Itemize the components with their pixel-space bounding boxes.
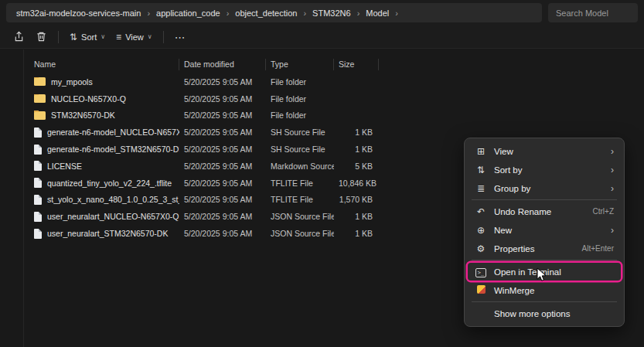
table-row[interactable]: user_neuralart_STM32N6570-DK 5/20/2025 9… bbox=[29, 225, 379, 242]
file-date: 5/20/2025 9:05 AM bbox=[179, 94, 266, 104]
group-list-icon: ≣ bbox=[475, 184, 487, 193]
breadcrumb-item-root[interactable]: stm32ai-modelzoo-services-main bbox=[12, 7, 145, 19]
plus-circle-icon: ⊕ bbox=[475, 226, 487, 235]
file-type: File folder bbox=[266, 111, 334, 120]
menu-item-view[interactable]: ⊞ View › bbox=[468, 142, 621, 160]
file-explorer-window: stm32ai-modelzoo-services-main › applica… bbox=[0, 0, 644, 347]
share-icon bbox=[13, 31, 25, 43]
menu-item-label: Undo Rename bbox=[494, 207, 586, 216]
search-box bbox=[548, 3, 638, 22]
file-name: generate-n6-model_NUCLEO-N657X0-Q bbox=[47, 128, 179, 137]
nav-pane-divider bbox=[23, 49, 24, 347]
column-header-size[interactable]: Size bbox=[334, 59, 379, 70]
menu-item-sort-by[interactable]: ⇅ Sort by › bbox=[468, 161, 621, 179]
chevron-right-icon: › bbox=[301, 9, 308, 18]
toolbar-divider bbox=[58, 31, 59, 43]
file-icon bbox=[34, 178, 42, 188]
context-menu: ⊞ View › ⇅ Sort by › ≣ Group by › ↶ Undo… bbox=[464, 138, 625, 327]
file-name: st_yolo_x_nano_480_1.0_0.25_3_st_int8.tf… bbox=[47, 195, 179, 204]
delete-button[interactable] bbox=[30, 28, 53, 46]
menu-item-label: Sort by bbox=[494, 165, 604, 175]
chevron-right-icon: › bbox=[145, 9, 152, 18]
sort-arrows-icon: ⇅ bbox=[475, 165, 487, 175]
undo-arrow-icon: ↶ bbox=[475, 207, 487, 216]
table-row[interactable]: STM32N6570-DK 5/20/2025 9:05 AM File fol… bbox=[29, 107, 379, 124]
submenu-chevron-icon: › bbox=[611, 225, 614, 236]
share-button[interactable] bbox=[8, 28, 30, 46]
file-date: 5/20/2025 9:05 AM bbox=[179, 77, 266, 87]
column-header-type[interactable]: Type bbox=[266, 59, 334, 70]
menu-item-group-by[interactable]: ≣ Group by › bbox=[468, 179, 621, 197]
menu-item-label: WinMerge bbox=[494, 286, 614, 295]
menu-shortcut: Alt+Enter bbox=[582, 244, 614, 253]
breadcrumb-item-object-detection[interactable]: object_detection bbox=[231, 7, 301, 19]
properties-gear-icon: ⚙ bbox=[475, 244, 487, 253]
file-type: Markdown Source... bbox=[266, 162, 334, 171]
chevron-down-icon: ∨ bbox=[101, 34, 105, 40]
folder-icon bbox=[34, 94, 46, 103]
file-name: generate-n6-model_STM32N6570-DK bbox=[47, 145, 179, 154]
menu-item-label: Show more options bbox=[494, 309, 614, 318]
file-name: STM32N6570-DK bbox=[51, 111, 115, 120]
menu-separator bbox=[472, 301, 617, 302]
file-date: 5/20/2025 9:05 AM bbox=[179, 212, 266, 221]
folder-icon bbox=[34, 77, 46, 86]
view-grid-icon: ⊞ bbox=[475, 147, 487, 156]
menu-item-new[interactable]: ⊕ New › bbox=[468, 221, 621, 239]
menu-shortcut: Ctrl+Z bbox=[593, 207, 615, 216]
breadcrumb-item-application-code[interactable]: application_code bbox=[152, 7, 224, 19]
table-row[interactable]: my_mpools 5/20/2025 9:05 AM File folder bbox=[29, 73, 379, 90]
table-row[interactable]: generate-n6-model_NUCLEO-N657X0-Q 5/20/2… bbox=[29, 124, 379, 141]
file-list: my_mpools 5/20/2025 9:05 AM File folder … bbox=[29, 73, 379, 242]
menu-item-label: New bbox=[494, 226, 604, 235]
breadcrumb[interactable]: stm32ai-modelzoo-services-main › applica… bbox=[6, 3, 542, 22]
file-type: SH Source File bbox=[266, 128, 334, 137]
menu-separator bbox=[472, 199, 617, 200]
file-date: 5/20/2025 9:05 AM bbox=[179, 179, 266, 188]
breadcrumb-item-stm32n6[interactable]: STM32N6 bbox=[308, 7, 355, 19]
chevron-right-icon: › bbox=[355, 9, 363, 18]
explorer-top-bar: stm32ai-modelzoo-services-main › applica… bbox=[0, 0, 644, 26]
table-row[interactable]: NUCLEO-N657X0-Q 5/20/2025 9:05 AM File f… bbox=[29, 90, 379, 107]
table-row[interactable]: generate-n6-model_STM32N6570-DK 5/20/202… bbox=[29, 141, 379, 158]
file-name: NUCLEO-N657X0-Q bbox=[51, 94, 126, 104]
column-header-name[interactable]: Name bbox=[29, 59, 179, 70]
file-size: 1 KB bbox=[334, 212, 379, 221]
menu-item-show-more-options[interactable]: Show more options bbox=[468, 304, 621, 322]
view-button[interactable]: ≡ View ∨ bbox=[111, 28, 158, 46]
more-options-button[interactable]: ⋯ bbox=[169, 28, 192, 46]
breadcrumb-item-model[interactable]: Model bbox=[362, 7, 393, 19]
menu-item-properties[interactable]: ⚙ Properties Alt+Enter bbox=[468, 240, 621, 257]
file-size: 1,570 KB bbox=[334, 195, 379, 204]
winmerge-icon bbox=[475, 285, 487, 295]
sort-arrows-icon: ⇅ bbox=[70, 32, 77, 42]
file-type: TFLITE File bbox=[266, 195, 334, 204]
file-date: 5/20/2025 9:05 AM bbox=[179, 229, 266, 238]
menu-separator bbox=[472, 260, 617, 260]
menu-item-undo-rename[interactable]: ↶ Undo Rename Ctrl+Z bbox=[468, 202, 621, 220]
file-type: File folder bbox=[266, 94, 334, 104]
file-date: 5/20/2025 9:05 AM bbox=[179, 145, 266, 154]
file-type: SH Source File bbox=[266, 145, 334, 154]
menu-item-winmerge[interactable]: WinMerge bbox=[468, 281, 621, 299]
sort-button[interactable]: ⇅ Sort ∨ bbox=[64, 28, 111, 46]
file-size: 1 KB bbox=[334, 145, 379, 154]
ellipsis-icon: ⋯ bbox=[175, 31, 186, 43]
table-row[interactable]: LICENSE 5/20/2025 9:05 AM Markdown Sourc… bbox=[29, 158, 379, 175]
chevron-right-icon: › bbox=[393, 9, 400, 18]
search-input[interactable] bbox=[554, 8, 632, 19]
menu-item-open-in-terminal[interactable]: >_ Open in Terminal bbox=[468, 263, 621, 281]
submenu-chevron-icon: › bbox=[611, 183, 614, 194]
file-name: quantized_tiny_yolo_v2_224_.tflite bbox=[47, 179, 172, 188]
file-icon bbox=[34, 145, 42, 155]
file-type: File folder bbox=[266, 77, 334, 87]
file-icon bbox=[34, 229, 42, 239]
table-row[interactable]: quantized_tiny_yolo_v2_224_.tflite 5/20/… bbox=[29, 175, 379, 192]
table-row[interactable]: st_yolo_x_nano_480_1.0_0.25_3_st_int8.tf… bbox=[29, 192, 379, 209]
file-type: JSON Source File bbox=[266, 229, 334, 238]
file-name: user_neuralart_STM32N6570-DK bbox=[47, 229, 168, 238]
menu-item-label: View bbox=[494, 147, 604, 156]
column-header-date[interactable]: Date modified bbox=[179, 59, 266, 70]
trash-icon bbox=[36, 31, 47, 43]
table-row[interactable]: user_neuralart_NUCLEO-N657X0-Q 5/20/2025… bbox=[29, 208, 379, 225]
